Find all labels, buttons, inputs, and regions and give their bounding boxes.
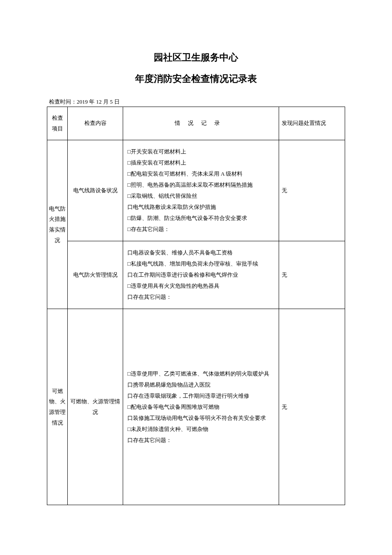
table-header-row: 检查项目 检查内容 情况记录 发现问题处置情况 — [47, 107, 345, 140]
header-record-text: 情况记录 — [175, 120, 228, 126]
record-item: □未及时清除遗留火种、可燃杂物 — [127, 424, 274, 435]
content-cell: 可燃物、火源管理情况 — [68, 309, 123, 505]
record-item: □开关安装在可燃材料上 — [127, 146, 274, 157]
date-value: 2019 年 12 月 5 日 — [77, 98, 120, 105]
record-item: □配电箱安装在可燃材料、壳体未采用 A 级材料 — [127, 168, 274, 179]
record-cell: □开关安装在可燃材料上 □插座安装在可燃材料上 □配电箱安装在可燃材料、壳体未采… — [123, 140, 279, 241]
record-item: □违章使用甲、乙类可燃液体、气体做燃料的明火取暖炉具 — [127, 368, 274, 379]
record-item: □插座安装在可燃材料上 — [127, 157, 274, 168]
record-item: □照明、电热器备的高温部未采取不燃材料隔热措施 — [127, 179, 274, 191]
date-label: 检查时间： — [49, 98, 77, 105]
record-item: □防爆、防潮、防尘场所电气设备不符合安全要求 — [127, 213, 274, 224]
record-item: □配电设备等电气设备周围堆放可燃物 — [127, 402, 274, 413]
page-subtitle: 年度消防安全检查情况记录表 — [47, 72, 345, 85]
record-item: 口装修施工现场动用电气设备等明火不符合有关安全要求 — [127, 413, 274, 424]
record-item: 口携带易燃易爆危险物品进入医院 — [127, 379, 274, 390]
inspection-table: 检查项目 检查内容 情况记录 发现问题处置情况 电气防火措施落实情况 电气线路设… — [47, 107, 345, 505]
page-title: 园社区卫生服务中心 — [47, 51, 345, 64]
record-item: 口存在违章吸烟现象，工作期间违章进行明火维修 — [127, 390, 274, 402]
table-row: 电气防火管理情况 口电器设备安装、维修人员不具备电工资格 □私接电气线路、增加用… — [47, 241, 345, 309]
header-category: 检查项目 — [47, 107, 68, 140]
inspection-date: 检查时间：2019 年 12 月 5 日 — [47, 98, 345, 106]
result-cell: 无 — [279, 309, 345, 505]
record-item: 口电气线路敷设未采取防火保护措施 — [127, 202, 274, 213]
category-cell: 电气防火措施落实情况 — [47, 140, 68, 309]
record-cell: 口电器设备安装、维修人员不具备电工资格 □私接电气线路、增加用电负荷未办理审核、… — [123, 241, 279, 309]
record-item: 口存在其它问题： — [127, 292, 274, 303]
table-row: 可燃物、火源管理情况 可燃物、火源管理情况 □违章使用甲、乙类可燃液体、气体做燃… — [47, 309, 345, 505]
record-cell: □违章使用甲、乙类可燃液体、气体做燃料的明火取暖炉具 口携带易燃易爆危险物品进入… — [123, 309, 279, 505]
record-item: □私接电气线路、增加用电负荷未办理审核、审批手续 — [127, 258, 274, 269]
content-cell: 电气线路设备状况 — [68, 140, 123, 241]
category-cell: 可燃物、火源管理情况 — [47, 309, 68, 505]
table-row: 电气防火措施落实情况 电气线路设备状况 □开关安装在可燃材料上 □插座安装在可燃… — [47, 140, 345, 241]
header-result: 发现问题处置情况 — [279, 107, 345, 140]
header-record: 情况记录 — [123, 107, 279, 140]
record-item: □存在其它问题： — [127, 224, 274, 235]
result-cell: 无 — [279, 140, 345, 241]
record-item: 口电器设备安装、维修人员不具备电工资格 — [127, 247, 274, 258]
content-cell: 电气防火管理情况 — [68, 241, 123, 309]
record-item: 口在工作期间违章进行设备检修和电气焊作业 — [127, 269, 274, 280]
header-content: 检查内容 — [68, 107, 123, 140]
result-cell: 无 — [279, 241, 345, 309]
record-item: 口存在其它问题： — [127, 435, 274, 446]
record-item: □违章使用具有火灾危险性的电热器具 — [127, 280, 274, 292]
record-item: □采取铜线、铝线代替保险丝 — [127, 191, 274, 202]
